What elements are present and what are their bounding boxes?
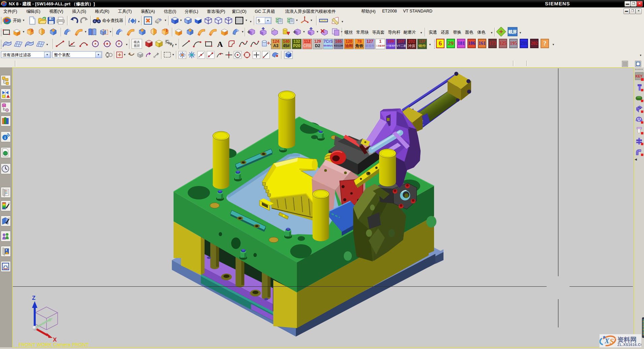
- svg-text:Z: Z: [32, 295, 35, 301]
- svg-text:X: X: [604, 337, 610, 345]
- svg-text:Y: Y: [172, 44, 174, 48]
- svg-text:资料网: 资料网: [617, 336, 637, 343]
- svg-text:FRONT WORK Camera FRONT: FRONT WORK Camera FRONT: [19, 342, 89, 347]
- svg-text:ZL.XS1616.COM: ZL.XS1616.COM: [617, 343, 641, 347]
- svg-text:S: S: [610, 337, 614, 346]
- svg-text:A: A: [217, 40, 223, 48]
- svg-text:模具: 模具: [133, 40, 140, 44]
- svg-text:KEY: KEY: [636, 74, 643, 78]
- svg-text:图层: 图层: [134, 44, 140, 47]
- svg-text:截屏: 截屏: [508, 29, 517, 34]
